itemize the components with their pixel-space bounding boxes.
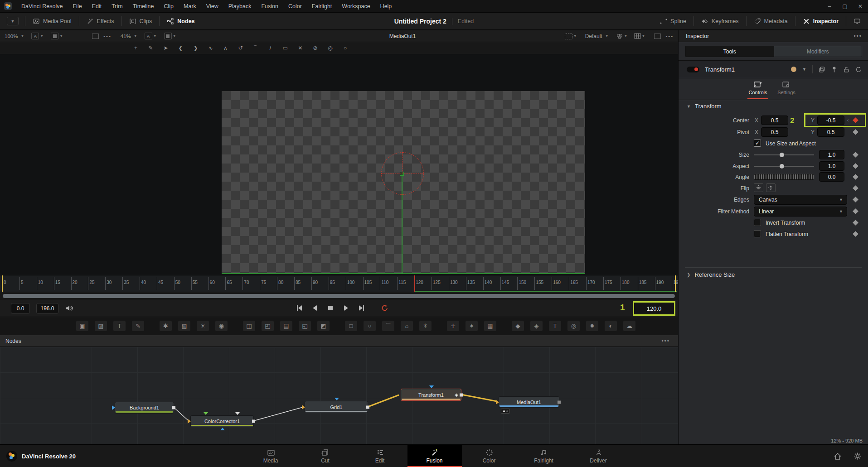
volume3d-tool[interactable]: ☁: [623, 321, 635, 331]
timeline-ruler[interactable]: 0510152025303540455055606570758085909510…: [0, 275, 678, 292]
node-effect-mask-port[interactable]: [429, 385, 434, 388]
magnet-tool[interactable]: ◎: [326, 44, 335, 53]
reset-icon[interactable]: [855, 66, 862, 73]
center-x-field[interactable]: 0.5: [761, 116, 788, 125]
toolbar-button-effects[interactable]: Effects: [79, 13, 121, 29]
menu-edit[interactable]: Edit: [87, 0, 107, 13]
tab-modifiers[interactable]: Modifiers: [774, 46, 862, 57]
node-Grid1[interactable]: Grid1: [305, 401, 368, 413]
keyframe-icon-filter[interactable]: [853, 208, 858, 214]
reference-size-section[interactable]: ❯ Reference Size: [687, 271, 735, 278]
invert-tool[interactable]: ↺: [236, 44, 245, 53]
play-forward-button[interactable]: [341, 302, 351, 314]
edges-dropdown[interactable]: Canvas▼: [754, 195, 847, 205]
angle-field[interactable]: 0.0: [819, 172, 844, 182]
angle-dial[interactable]: [754, 174, 814, 180]
keyframe-icon-edges[interactable]: [853, 197, 858, 202]
node-input-port[interactable]: [188, 419, 191, 424]
menu-file[interactable]: File: [68, 0, 87, 13]
close-icon[interactable]: ✕: [853, 0, 868, 13]
keyframe-icon-aspect[interactable]: [853, 163, 858, 169]
audio-mute-icon[interactable]: [65, 304, 73, 312]
text3d-tool[interactable]: T: [549, 321, 561, 331]
menu-fusion[interactable]: Fusion: [256, 0, 283, 13]
lock-icon[interactable]: [843, 66, 849, 73]
node-effect-mask-port[interactable]: [204, 412, 208, 415]
merge-tool[interactable]: ◫: [243, 321, 255, 331]
zoom-tool[interactable]: ○: [341, 44, 349, 53]
keyframe-icon-size[interactable]: [853, 152, 858, 158]
stop-button[interactable]: [325, 302, 335, 314]
insert-point-tool[interactable]: ❮: [176, 44, 185, 53]
node-input-port[interactable]: [302, 405, 305, 409]
viewer-assignment-badge[interactable]: [501, 409, 510, 414]
page-tab-cut[interactable]: Cut: [298, 445, 353, 467]
keyframe-icon-flatten[interactable]: [853, 231, 858, 237]
viewer-channel2-button[interactable]: [164, 33, 172, 39]
menu-clip[interactable]: Clip: [159, 0, 179, 13]
filter-method-dropdown[interactable]: Linear▼: [754, 207, 847, 217]
transform-section-header[interactable]: ▼ Transform: [687, 103, 722, 110]
use-size-aspect-checkbox[interactable]: ✓: [754, 140, 761, 147]
center-y-field[interactable]: -0.5: [817, 116, 844, 125]
viewer-zoom-left[interactable]: 100%: [0, 34, 19, 39]
node-input-port[interactable]: [496, 400, 499, 404]
size-field[interactable]: 1.0: [819, 150, 844, 159]
toolbar-button-nodes[interactable]: Nodes: [160, 13, 202, 29]
resize-tool[interactable]: ○: [364, 321, 376, 331]
go-to-last-frame-button[interactable]: [356, 302, 366, 314]
panel-layout-button[interactable]: [846, 13, 868, 29]
keyframe-icon-pivot[interactable]: [853, 129, 858, 135]
node-connection[interactable]: [368, 395, 399, 407]
flip-vertical-button[interactable]: [766, 183, 776, 192]
node-output-port[interactable]: [252, 420, 255, 423]
keyframe-icon-flip[interactable]: [853, 185, 858, 191]
pin-icon[interactable]: [831, 66, 837, 73]
viewer-options-right[interactable]: •••: [665, 34, 674, 39]
dissolve-tool[interactable]: ▤: [280, 321, 292, 331]
viewer-single-button[interactable]: [654, 34, 661, 39]
timeline-scrollbar[interactable]: [0, 292, 678, 300]
menu-view[interactable]: View: [201, 0, 223, 13]
viewer-expand-button[interactable]: [92, 34, 99, 39]
polygon-tool[interactable]: ✳: [419, 321, 432, 331]
viewer-zoom-right[interactable]: 41%: [116, 34, 133, 39]
flip-horizontal-button[interactable]: [754, 183, 763, 192]
flatten-transform-checkbox[interactable]: [754, 230, 761, 237]
curve-tool[interactable]: ⌒: [251, 44, 260, 53]
roi-icon[interactable]: [565, 33, 572, 39]
transform-center-handle[interactable]: [400, 172, 404, 176]
tracker-tool[interactable]: ✛: [447, 321, 459, 331]
menu-playback[interactable]: Playback: [223, 0, 257, 13]
page-tab-color[interactable]: Color: [462, 445, 516, 467]
keyframe-icon-angle[interactable]: [853, 174, 858, 180]
toolbar-button-spline[interactable]: Spline: [653, 13, 693, 29]
versions-icon[interactable]: [819, 66, 825, 73]
linear-tool[interactable]: ∧: [221, 44, 230, 53]
node-mask-port[interactable]: [220, 428, 225, 430]
grid-icon[interactable]: [634, 33, 641, 39]
inspector-options[interactable]: •••: [853, 33, 862, 39]
node-Transform1[interactable]: Transform1◈: [401, 389, 461, 401]
subtab-settings[interactable]: Settings: [773, 81, 800, 95]
menu-fairlight[interactable]: Fairlight: [307, 0, 337, 13]
mediain-tool[interactable]: ◱: [299, 321, 311, 331]
delta-keyer-tool[interactable]: ◩: [317, 321, 330, 331]
paint-tool[interactable]: ✎: [132, 321, 144, 331]
current-frame-field[interactable]: 120.0: [647, 305, 662, 312]
viewer-overlay-a-button[interactable]: A: [31, 33, 39, 39]
channelbooleans-tool[interactable]: ◰: [262, 321, 274, 331]
menu-workspace[interactable]: Workspace: [337, 0, 375, 13]
line-tool[interactable]: /: [266, 44, 275, 53]
node-output-port[interactable]: [558, 400, 561, 404]
settings-gear-icon[interactable]: [853, 452, 862, 460]
pivot-x-field[interactable]: 0.5: [761, 127, 788, 137]
loop-button[interactable]: [380, 302, 390, 314]
node-output-port[interactable]: [172, 406, 175, 409]
node-connection[interactable]: [174, 408, 189, 421]
toolbar-button-keyframes[interactable]: Keyframes: [694, 13, 746, 29]
node-enable-toggle[interactable]: [687, 67, 699, 72]
menu-timeline[interactable]: Timeline: [128, 0, 159, 13]
node-effect-mask-port[interactable]: [335, 398, 339, 400]
prev-keyframe-icon[interactable]: ‹: [847, 117, 849, 123]
